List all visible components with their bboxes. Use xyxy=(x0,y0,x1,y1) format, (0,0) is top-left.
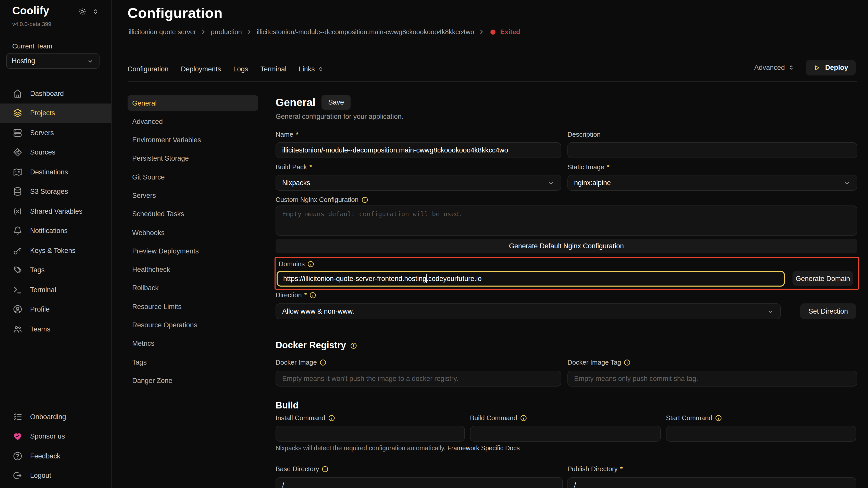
publish-directory-input[interactable] xyxy=(567,477,856,488)
submenu-servers[interactable]: Servers xyxy=(128,188,258,203)
tab-links[interactable]: Links xyxy=(299,65,324,73)
tab-configuration[interactable]: Configuration xyxy=(128,65,169,73)
deploy-button[interactable]: Deploy xyxy=(806,60,856,75)
advanced-menu[interactable]: Advanced xyxy=(754,64,795,71)
install-command-input[interactable] xyxy=(276,426,465,442)
logout-icon xyxy=(13,471,23,481)
info-icon[interactable] xyxy=(319,359,327,366)
chevron-down-icon xyxy=(767,308,774,315)
submenu-rollback[interactable]: Rollback xyxy=(128,281,258,296)
section-title-general: General xyxy=(276,96,315,108)
description-input[interactable] xyxy=(567,142,857,158)
docker-image-tag-label: Docker Image Tag xyxy=(567,358,631,366)
sidebar-item-sponsor-us[interactable]: Sponsor us xyxy=(0,427,111,446)
sidebar-item-notifications[interactable]: Notifications xyxy=(0,221,111,241)
submenu-persistent-storage[interactable]: Persistent Storage xyxy=(128,151,258,166)
submenu-healthcheck[interactable]: Healthcheck xyxy=(128,262,258,277)
static-image-select[interactable]: nginx:alpine xyxy=(567,175,857,191)
breadcrumb-environment[interactable]: production xyxy=(211,28,242,36)
publish-directory-label: Publish Directory* xyxy=(567,465,623,473)
submenu-environment-variables[interactable]: Environment Variables xyxy=(128,132,258,148)
team-select[interactable]: Hosting xyxy=(6,53,99,69)
generate-domain-button[interactable]: Generate Domain xyxy=(793,271,853,286)
info-icon[interactable] xyxy=(624,359,631,366)
variables-icon xyxy=(13,206,23,216)
server-icon xyxy=(13,128,23,138)
static-image-label: Static Image* xyxy=(567,163,610,171)
build-command-input[interactable] xyxy=(470,426,661,442)
sidebar-item-dashboard[interactable]: Dashboard xyxy=(0,84,111,103)
tab-logs[interactable]: Logs xyxy=(233,65,248,73)
page-title: Configuration xyxy=(128,5,222,22)
sidebar-collapse-chevrons-icon[interactable] xyxy=(92,8,99,15)
build-pack-select[interactable]: Nixpacks xyxy=(276,175,561,191)
submenu-danger-zone[interactable]: Danger Zone xyxy=(128,373,258,388)
start-command-input[interactable] xyxy=(666,426,856,442)
submenu-advanced[interactable]: Advanced xyxy=(128,114,258,129)
info-icon[interactable] xyxy=(328,414,335,421)
submenu-resource-limits[interactable]: Resource Limits xyxy=(128,299,258,314)
direction-label: Direction* xyxy=(276,291,317,299)
submenu-general[interactable]: General xyxy=(128,95,258,111)
sidebar-item-terminal[interactable]: Terminal xyxy=(0,280,111,300)
terminal-icon xyxy=(13,285,23,295)
tab-terminal[interactable]: Terminal xyxy=(260,65,286,73)
sidebar-item-shared-variables[interactable]: Shared Variables xyxy=(0,201,111,221)
name-input[interactable] xyxy=(276,142,561,158)
docker-image-label: Docker Image xyxy=(276,358,327,366)
sidebar-item-sources[interactable]: Sources xyxy=(0,142,111,162)
base-directory-input[interactable] xyxy=(276,477,563,488)
sidebar-item-servers[interactable]: Servers xyxy=(0,123,111,142)
tab-deployments[interactable]: Deployments xyxy=(181,65,221,73)
build-command-label: Build Command xyxy=(470,414,527,422)
chevron-right-icon xyxy=(200,29,206,35)
set-direction-button[interactable]: Set Direction xyxy=(800,303,856,319)
tags-icon xyxy=(13,265,23,275)
docker-image-input[interactable] xyxy=(276,371,561,387)
layers-icon xyxy=(13,108,23,118)
info-icon[interactable] xyxy=(350,342,357,349)
submenu-preview-deployments[interactable]: Preview Deployments xyxy=(128,243,258,259)
submenu-scheduled-tasks[interactable]: Scheduled Tasks xyxy=(128,206,258,222)
submenu-git-source[interactable]: Git Source xyxy=(128,169,258,185)
install-command-label: Install Command xyxy=(276,414,335,422)
domains-input[interactable] xyxy=(277,271,785,287)
divider xyxy=(128,81,857,82)
sidebar-item-onboarding[interactable]: Onboarding xyxy=(0,407,111,427)
sidebar-item-destinations[interactable]: Destinations xyxy=(0,162,111,182)
breadcrumb-application[interactable]: illicitestonion/-module--decomposition:m… xyxy=(257,28,474,36)
info-icon[interactable] xyxy=(309,291,317,299)
sidebar-item-keys-tokens[interactable]: Keys & Tokens xyxy=(0,241,111,260)
sidebar-item-tags[interactable]: Tags xyxy=(0,260,111,280)
sidebar-item-feedback[interactable]: Feedback xyxy=(0,446,111,466)
user-circle-icon xyxy=(13,305,23,314)
info-icon[interactable] xyxy=(361,196,368,203)
submenu-tags[interactable]: Tags xyxy=(128,354,258,370)
breadcrumb-project[interactable]: illicitonion quote server xyxy=(129,28,196,36)
list-checks-icon xyxy=(13,412,23,422)
theme-sun-icon[interactable] xyxy=(78,8,86,16)
info-icon[interactable] xyxy=(322,465,329,473)
sidebar-item-teams[interactable]: Teams xyxy=(0,319,111,339)
info-icon[interactable] xyxy=(307,260,315,267)
custom-nginx-textarea[interactable] xyxy=(276,205,857,236)
sidebar-item-profile[interactable]: Profile xyxy=(0,300,111,319)
database-icon xyxy=(13,187,23,197)
info-icon[interactable] xyxy=(715,414,722,421)
submenu-metrics[interactable]: Metrics xyxy=(128,336,258,351)
docker-image-tag-input[interactable] xyxy=(567,371,857,387)
submenu-resource-operations[interactable]: Resource Operations xyxy=(128,318,258,333)
sidebar-item-logout[interactable]: Logout xyxy=(0,466,111,485)
chevron-down-icon xyxy=(843,179,851,186)
sidebar-item-s3-storages[interactable]: S3 Storages xyxy=(0,182,111,201)
app-logo[interactable]: Coolify xyxy=(12,5,49,17)
info-icon[interactable] xyxy=(520,414,527,421)
submenu-webhooks[interactable]: Webhooks xyxy=(128,225,258,240)
generate-nginx-config-button[interactable]: Generate Default Nginx Configuration xyxy=(276,239,857,254)
name-label: Name* xyxy=(276,131,299,138)
direction-select[interactable]: Allow www & non-www. xyxy=(276,303,781,319)
breadcrumb: illicitonion quote server production ill… xyxy=(129,28,520,36)
framework-docs-link[interactable]: Framework Specific Docs xyxy=(447,445,520,452)
sidebar-item-projects[interactable]: Projects xyxy=(0,103,111,123)
save-button[interactable]: Save xyxy=(321,95,350,110)
